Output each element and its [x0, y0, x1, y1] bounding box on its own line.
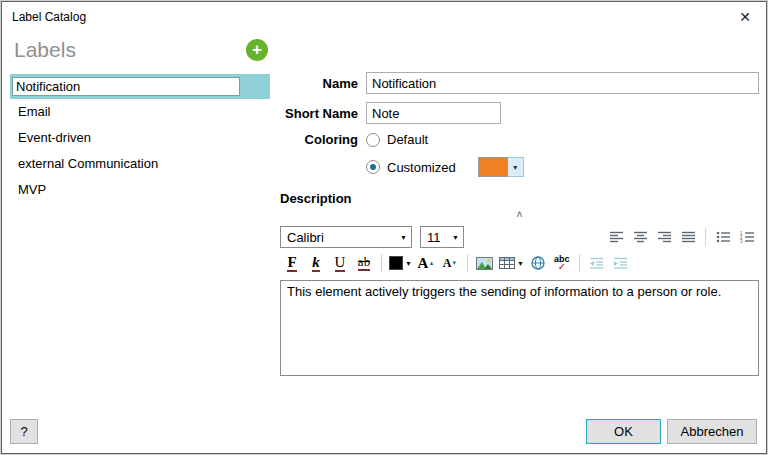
chevron-down-icon: ▼ — [405, 260, 412, 267]
align-justify-icon — [681, 231, 696, 243]
chevron-down-icon: ▼ — [448, 234, 463, 241]
default-radio[interactable] — [366, 133, 380, 147]
cancel-button[interactable]: Abbrechen — [667, 419, 757, 444]
short-name-label: Short Name — [280, 106, 358, 121]
short-name-input[interactable] — [366, 102, 501, 124]
separator — [467, 254, 468, 272]
chevron-down-icon: ▼ — [517, 260, 524, 267]
labels-heading: Labels — [14, 38, 76, 62]
outdent-button[interactable] — [585, 251, 609, 275]
list-item[interactable]: MVP — [10, 177, 270, 203]
italic-label: k — [312, 255, 320, 272]
coloring-row-customized: Customized ▼ — [280, 157, 759, 177]
bold-button[interactable]: F — [280, 251, 304, 275]
italic-button[interactable]: k — [304, 251, 328, 275]
coloring-label: Coloring — [280, 132, 358, 147]
globe-icon — [531, 256, 545, 270]
default-radio-label[interactable]: Default — [387, 132, 428, 147]
name-input[interactable] — [366, 72, 759, 94]
align-center-button[interactable] — [628, 225, 652, 249]
close-icon[interactable]: ✕ — [724, 2, 766, 32]
list-item-selected[interactable] — [10, 74, 270, 99]
color-dropdown-icon[interactable]: ▼ — [508, 157, 524, 177]
align-left-button[interactable] — [604, 225, 628, 249]
separator — [381, 254, 382, 272]
font-family-value: Calibri — [281, 230, 396, 245]
align-justify-button[interactable] — [676, 225, 700, 249]
bullet-list-button[interactable] — [711, 225, 735, 249]
label-detail-panel: Name Short Name Coloring Default Customi… — [280, 72, 759, 376]
align-right-icon — [657, 231, 672, 243]
font-family-select[interactable]: Calibri ▼ — [280, 226, 412, 248]
strikethrough-button[interactable]: ab — [352, 251, 376, 275]
insert-image-button[interactable] — [473, 251, 497, 275]
strikethrough-label: ab — [358, 255, 370, 271]
insert-link-button[interactable] — [526, 251, 550, 275]
custom-color-picker: ▼ — [478, 157, 524, 177]
insert-table-button[interactable]: ▼ — [497, 251, 526, 275]
editor-toolbar-row1: Calibri ▼ 11 ▼ — [280, 224, 759, 250]
list-item[interactable]: Email — [10, 99, 270, 125]
svg-text:3: 3 — [740, 239, 743, 243]
numbered-list-button[interactable]: 123 — [735, 225, 759, 249]
dialog-footer: ? OK Abbrechen — [2, 415, 766, 453]
list-item[interactable]: Event-driven — [10, 125, 270, 151]
customized-radio-label[interactable]: Customized — [387, 160, 456, 175]
toolbar-collapse-icon[interactable]: ˄ — [280, 208, 759, 222]
image-icon — [476, 257, 493, 270]
font-size-value: 11 — [421, 230, 448, 245]
indent-icon — [613, 257, 628, 269]
table-icon — [499, 257, 515, 269]
numbered-list-icon: 123 — [740, 231, 755, 243]
coloring-row-default: Coloring Default — [280, 132, 759, 147]
grow-font-button[interactable]: A▲ — [414, 251, 438, 275]
align-center-icon — [633, 231, 648, 243]
label-list: Email Event-driven external Communicatio… — [10, 74, 270, 203]
customized-radio[interactable] — [366, 160, 380, 174]
add-label-button[interactable]: + — [246, 39, 268, 61]
labels-header: Labels + — [10, 38, 270, 62]
bold-label: F — [287, 255, 296, 272]
underline-label: U — [335, 255, 346, 272]
labels-panel: Labels + Email Event-driven external Com… — [10, 38, 270, 203]
label-rename-input[interactable] — [12, 77, 240, 96]
name-label: Name — [280, 76, 358, 91]
custom-color-swatch[interactable] — [478, 157, 508, 177]
align-right-button[interactable] — [652, 225, 676, 249]
help-button[interactable]: ? — [10, 419, 38, 444]
font-size-select[interactable]: 11 ▼ — [420, 226, 464, 248]
short-name-row: Short Name — [280, 102, 759, 124]
spellcheck-button[interactable]: abc ✓ — [550, 251, 574, 275]
description-label: Description — [280, 191, 759, 206]
triangle-up-icon: ▲ — [428, 260, 434, 266]
separator — [705, 228, 706, 246]
check-icon: ✓ — [554, 263, 570, 271]
title-bar: Label Catalog ✕ — [2, 2, 766, 32]
outdent-icon — [589, 257, 604, 269]
underline-button[interactable]: U — [328, 251, 352, 275]
separator — [579, 254, 580, 272]
bullet-list-icon — [716, 231, 731, 243]
label-catalog-dialog: Label Catalog ✕ Labels + Email Event-dri… — [1, 1, 767, 454]
align-left-icon — [609, 231, 624, 243]
grow-font-label: A — [418, 255, 429, 272]
ok-button[interactable]: OK — [586, 419, 661, 444]
indent-button[interactable] — [609, 251, 633, 275]
font-color-swatch — [389, 256, 403, 270]
shrink-font-button[interactable]: A▼ — [438, 251, 462, 275]
list-item[interactable]: external Communication — [10, 151, 270, 177]
chevron-down-icon: ▼ — [396, 234, 411, 241]
shrink-font-label: A — [443, 256, 452, 271]
editor-toolbar-row2: F k U ab ▼ A▲ A▼ — [280, 250, 759, 276]
window-title: Label Catalog — [2, 10, 724, 24]
description-editor[interactable]: This element actively triggers the sendi… — [280, 280, 759, 376]
triangle-down-icon: ▼ — [451, 260, 457, 266]
font-color-button[interactable]: ▼ — [387, 251, 414, 275]
name-row: Name — [280, 72, 759, 94]
